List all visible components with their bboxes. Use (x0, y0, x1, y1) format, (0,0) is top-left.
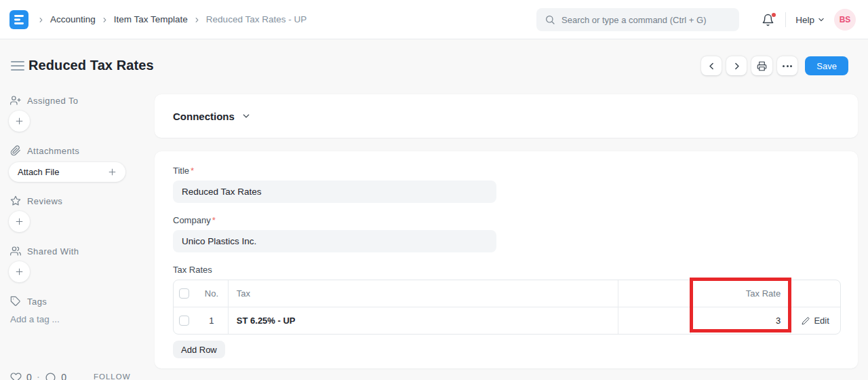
save-button[interactable]: Save (805, 56, 848, 75)
tax-rates-table-label: Tax Rates (173, 265, 840, 276)
document-social-row: 0 · 0 (10, 371, 66, 380)
add-row-button[interactable]: Add Row (173, 341, 225, 358)
column-header-tax-rate: Tax Rate (690, 280, 790, 307)
required-marker: * (212, 215, 216, 225)
breadcrumb-accounting[interactable]: Accounting (50, 14, 96, 24)
chevron-right-icon (38, 17, 44, 23)
table-row: 1 ST 6.25% - UP 3 Edit (174, 307, 840, 334)
like-count: 0 (26, 372, 32, 380)
sidebar-section-shared-with: Shared With (10, 246, 79, 256)
table-header-row: No. Tax Tax Rate (174, 280, 840, 307)
plus-icon (15, 117, 24, 126)
dot-separator: · (37, 371, 40, 380)
blank-cell (618, 307, 691, 334)
heart-icon[interactable] (10, 372, 22, 380)
tags-label: Tags (27, 297, 47, 307)
row-number-cell: 1 (195, 307, 228, 334)
add-assignment-button[interactable] (9, 111, 30, 132)
printer-icon (757, 61, 767, 71)
tag-icon (10, 296, 21, 307)
comment-icon[interactable] (45, 372, 56, 380)
search-icon (545, 14, 555, 25)
paperclip-icon (10, 145, 21, 156)
reviews-label: Reviews (27, 196, 62, 206)
breadcrumb-item-tax-template[interactable]: Item Tax Template (114, 14, 188, 24)
assigned-to-label: Assigned To (27, 96, 79, 106)
chevron-right-icon (194, 17, 200, 23)
add-tag-input[interactable]: Add a tag ... (10, 314, 60, 324)
tax-rates-table: No. Tax Tax Rate 1 ST 6.25% - UP 3 Edit (173, 280, 841, 335)
page-title: Reduced Tax Rates (28, 58, 154, 73)
column-blank (618, 280, 691, 307)
notification-dot (772, 13, 776, 17)
sidebar-section-tags: Tags (10, 296, 47, 307)
breadcrumb: Accounting Item Tax Template Reduced Tax… (38, 14, 307, 24)
help-label: Help (795, 15, 814, 25)
sidebar-section-attachments: Attachments (10, 145, 79, 156)
avatar-initials: BS (840, 15, 851, 24)
breadcrumb-current-doc: Reduced Tax Rates - UP (206, 14, 307, 24)
row-checkbox[interactable] (179, 316, 189, 326)
sidebar-section-reviews: Reviews (10, 195, 62, 206)
column-header-edit (790, 280, 840, 307)
app-logo-icon[interactable] (9, 10, 28, 29)
required-marker: * (191, 166, 194, 176)
company-field[interactable] (173, 230, 496, 252)
edit-label: Edit (814, 316, 829, 326)
navbar-right: Help BS (760, 0, 856, 39)
pencil-icon (802, 317, 810, 325)
search-placeholder: Search or type a command (Ctrl + G) (561, 15, 707, 25)
notifications-bell-icon[interactable] (760, 12, 776, 28)
navbar: Accounting Item Tax Template Reduced Tax… (0, 0, 868, 39)
title-field-label: Title* (173, 166, 840, 176)
plus-icon (15, 217, 24, 226)
avatar[interactable]: BS (834, 9, 856, 31)
attach-file-label: Attach File (18, 167, 59, 177)
attach-file-button[interactable]: Attach File (9, 162, 125, 182)
ellipsis-icon (783, 65, 792, 67)
add-review-button[interactable] (9, 211, 30, 232)
comment-count: 0 (61, 372, 66, 380)
global-search-input[interactable]: Search or type a command (Ctrl + G) (536, 8, 739, 31)
connections-title: Connections (173, 111, 235, 122)
edit-row-button[interactable]: Edit (802, 316, 829, 326)
follow-button[interactable]: FOLLOW (94, 373, 131, 380)
chevron-down-icon (242, 112, 250, 120)
tax-rate-cell[interactable]: 3 (690, 307, 790, 334)
column-header-tax: Tax (228, 280, 618, 307)
page-actions: Save (701, 56, 848, 75)
prev-document-button[interactable] (701, 56, 722, 75)
users-icon (10, 246, 21, 256)
attachments-label: Attachments (27, 146, 79, 156)
chevron-right-icon (732, 62, 741, 71)
form-section: Title* Company* Tax Rates No. Tax Tax Ra… (155, 151, 858, 368)
navbar-divider (785, 12, 786, 27)
menu-ellipsis-button[interactable] (777, 56, 797, 75)
user-plus-icon (10, 95, 21, 106)
plus-icon (15, 267, 24, 276)
select-all-checkbox[interactable] (179, 288, 189, 299)
title-field[interactable] (173, 180, 496, 203)
connections-section-toggle[interactable]: Connections (155, 94, 858, 138)
sidebar-section-assigned-to: Assigned To (10, 95, 79, 106)
tax-cell[interactable]: ST 6.25% - UP (228, 307, 618, 334)
sidebar-toggle-icon[interactable] (11, 61, 24, 71)
chevron-down-icon (818, 16, 825, 23)
star-icon (10, 195, 21, 206)
help-dropdown[interactable]: Help (795, 15, 825, 25)
plus-icon (108, 168, 117, 176)
company-field-label: Company* (173, 215, 840, 226)
add-share-button[interactable] (9, 261, 30, 282)
chevron-right-icon (102, 17, 108, 23)
next-document-button[interactable] (726, 56, 747, 75)
erpnext-logo-icon (14, 14, 24, 25)
column-header-no: No. (195, 280, 228, 307)
chevron-left-icon (707, 62, 716, 71)
shared-with-label: Shared With (27, 246, 79, 256)
print-button[interactable] (751, 56, 772, 75)
